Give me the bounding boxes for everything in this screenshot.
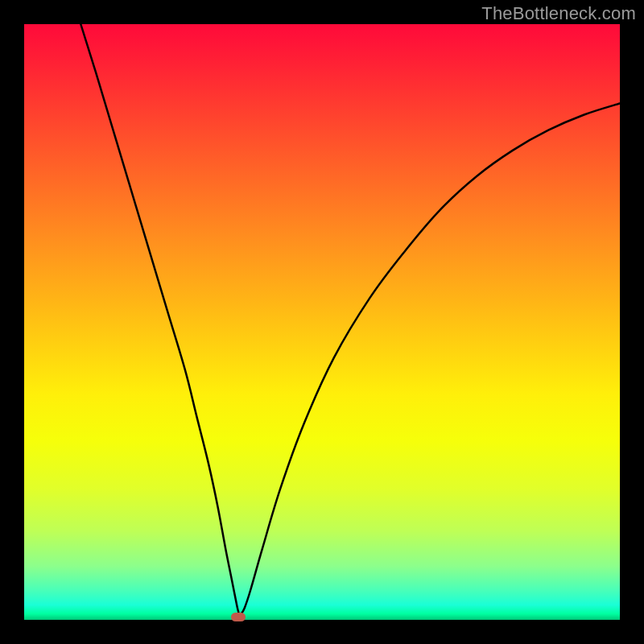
chart-frame: TheBottleneck.com [0, 0, 644, 644]
watermark-text: TheBottleneck.com [481, 3, 636, 24]
curve-path [80, 24, 620, 615]
curve-layer [24, 24, 620, 620]
plot-area [24, 24, 620, 620]
min-marker [231, 613, 246, 621]
